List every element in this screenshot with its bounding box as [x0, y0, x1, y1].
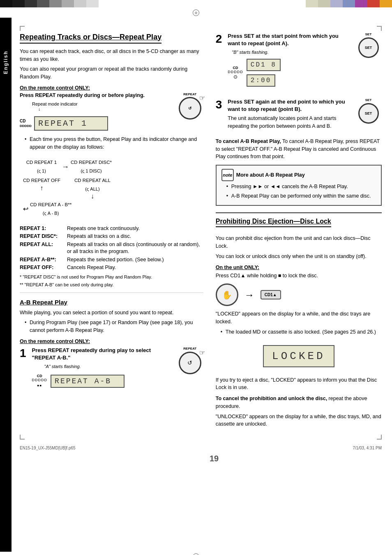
- step-2-lcd-bottom: 2:00: [247, 74, 275, 87]
- step-3-set-icon: SET SET: [355, 98, 382, 125]
- bar-seg-6: [62, 0, 74, 7]
- def-desc-repeat-ab: Repeats the selected portion. (See below…: [67, 256, 203, 264]
- bar-seg-r5: [355, 0, 367, 7]
- step-2-lcd-top: CD1 8: [247, 59, 281, 71]
- page-number: 19: [210, 454, 219, 463]
- remote-instruction-text: Press REPEAT repeatedly during or before…: [20, 92, 173, 136]
- step-2-display-wrapper: CD DDDDD ⊙ CD1 8 2:00: [228, 57, 352, 88]
- corner-tl: [20, 26, 25, 31]
- cd-label-display: CDDDDDD: [20, 119, 32, 128]
- cycle-arrow-right: →: [62, 160, 69, 173]
- two-column-layout: Repeating Tracks or Discs—Repeat Play Yo…: [20, 32, 382, 431]
- notes-icon: note: [221, 169, 234, 181]
- step3-set-label: SET: [355, 98, 382, 102]
- top-bar-right: [196, 0, 392, 7]
- def-repeat-1: REPEAT 1: Repeats one track continuously…: [20, 225, 203, 233]
- lock-hand-icon: ✋: [216, 283, 238, 306]
- locked-display-wrapper: LOCKED: [216, 341, 382, 371]
- def-term-repeat1: REPEAT 1:: [20, 225, 67, 233]
- repeat-btn-text: ↺: [188, 106, 191, 111]
- main-content: Repeating Tracks or Discs—Repeat Play Yo…: [12, 18, 392, 552]
- cd-circle-2: ⊙: [233, 74, 238, 80]
- eject-text: If you try to eject a disc, "LOCKED" app…: [216, 376, 382, 392]
- bottom-info-bar: EN15-19_UX-J55MD[UB]f.p65 19 7/1/03, 4:3…: [20, 446, 382, 463]
- corner-tr: [377, 26, 382, 31]
- bar-seg-3: [25, 0, 37, 7]
- repeat-modes-bullet: Each time you press the button, Repeat P…: [25, 136, 203, 151]
- intro-text-1: You can repeat each track, each disc, or…: [20, 48, 203, 63]
- note-bullet-2: A-B Repeat Play can be performed only wi…: [226, 192, 376, 200]
- step-3-number: 3: [216, 98, 225, 111]
- repeat-indicator-label: Repeat mode indicator: [32, 101, 173, 106]
- step-1-number: 1: [20, 347, 29, 359]
- step2-set-btn: SET: [358, 37, 379, 58]
- step-1-lcd: REPEAT A-B: [51, 371, 125, 391]
- cycle-cd-repeat-1: CD REPEAT 1(ς 1): [23, 158, 60, 175]
- step-2-display-area: "B" starts flashing. CD DDDDD ⊙ CD1 8 2:…: [228, 50, 352, 88]
- corner-br: [377, 435, 382, 440]
- note-bullet-1: Pressing ►► or ◄◄ cancels the A-B Repeat…: [226, 183, 376, 191]
- repeat-cycle-diagram: CD REPEAT 1(ς 1) → CD REPEAT DISC*(ς 1 D…: [20, 155, 203, 221]
- def-repeat-off: REPEAT OFF: Cancels Repeat Play.: [20, 264, 203, 272]
- cycle-cd-repeat-all: CD REPEAT ALL(ς ALL) ↓: [72, 176, 113, 200]
- intro-text-2: You can also repeat your program or repe…: [20, 65, 203, 81]
- repeat-display-row: CDDDDDD REPEAT 1: [20, 113, 173, 134]
- remote-instruction-row: Press REPEAT repeatedly during or before…: [20, 92, 203, 136]
- locked-text-1: "LOCKED" appears on the display for a wh…: [216, 310, 382, 326]
- corner-bottom: [20, 435, 382, 440]
- repeat-definitions: REPEAT 1: Repeats one track continuously…: [20, 225, 203, 272]
- cycle-cd-repeat-ab: CD REPEAT A - B**(ς A - B): [30, 200, 71, 217]
- bar-seg-r1: [306, 0, 318, 7]
- cd-dots-2: DDDDD: [228, 70, 243, 74]
- step-3-container: 3 Press SET again at the end point to wh…: [216, 98, 382, 130]
- locked-quote: "LOCKED" appears on the display for a wh…: [216, 311, 370, 325]
- cycle-row-3: ↩ CD REPEAT A - B**(ς A - B): [23, 200, 200, 217]
- bar-seg-r4: [343, 0, 355, 7]
- sidebar-english: English: [0, 18, 12, 552]
- def-repeat-all: REPEAT ALL: Repeats all tracks on all di…: [20, 241, 203, 256]
- def-term-repeat-ab: REPEAT A-B**:: [20, 256, 67, 264]
- disc-lock-title: Prohibiting Disc Ejection—Disc Lock: [216, 217, 331, 228]
- cancel-ab-bold: To cancel A-B Repeat Play,: [216, 138, 281, 144]
- step-2-container: 2 Press SET at the start point from whic…: [216, 32, 382, 91]
- disc-lock-intro-2: You can lock or unlock discs only when t…: [216, 253, 382, 260]
- notes-box: note More about A-B Repeat Play Pressing…: [216, 165, 382, 206]
- bar-seg-5: [49, 0, 62, 7]
- step-2-text: Press SET at the start point from which …: [228, 32, 352, 47]
- step-1-text: Press REPEAT repeatedly during play to s…: [32, 347, 173, 362]
- locked-lcd: LOCKED: [263, 345, 334, 367]
- def-term-repeat-off: REPEAT OFF:: [20, 264, 67, 272]
- locked-text-2: The loaded MD or cassette is also locked…: [221, 328, 382, 336]
- ab-intro: While playing, you can select a portion …: [20, 309, 203, 317]
- def-term-repeat-all: REPEAT ALL:: [20, 241, 67, 256]
- step-number-2: 2: [216, 33, 222, 45]
- footnote-1: * "REPEAT DISC" is not used for Program …: [20, 274, 203, 280]
- step-1-remote-icon: REPEAT ↺ ☞: [177, 347, 203, 375]
- step3-set-btn: SET: [358, 103, 379, 124]
- footnote-2: ** "REPEAT A-B" can be used only during …: [20, 282, 203, 288]
- step3-set-sym: SET: [365, 111, 372, 115]
- def-desc-repeat-disc: Repeats all tracks on a disc.: [67, 233, 203, 240]
- step-number-1: 1: [20, 348, 26, 359]
- def-desc-repeat-all: Repeats all tracks on all discs (continu…: [67, 241, 203, 256]
- cycle-spacer: [62, 176, 70, 200]
- step2-set-label: SET: [355, 32, 382, 36]
- bar-seg-7: [74, 0, 86, 7]
- top-bar-left: [0, 0, 196, 7]
- step-1-cd-dots: CD DDDDD ▪▪: [32, 374, 48, 389]
- cd-dots-1: DDDDD: [32, 378, 48, 382]
- cancel-ab-text: To cancel A-B Repeat Play, To cancel A-B…: [216, 138, 382, 161]
- cycle-row-2: CD REPEAT OFF ↑ CD REPEAT ALL(ς ALL) ↓: [23, 176, 200, 200]
- step-1-note: "A" starts flashing.: [44, 364, 173, 369]
- repeat-remote-icon: REPEAT ↺ ☞: [177, 92, 203, 120]
- step-1-container: 1 Press REPEAT repeatedly during play to…: [20, 347, 203, 394]
- cancel-lock-bold: To cancel the prohibition and unlock the…: [216, 396, 327, 401]
- bar-seg-4: [37, 0, 49, 7]
- disc-lock-intro-1: You can prohibit disc ejection from the …: [216, 235, 382, 250]
- def-desc-repeat-off: Cancels Repeat Play.: [67, 264, 203, 272]
- lock-hand-symbol: ✋: [222, 290, 232, 300]
- cancel-lock-text: To cancel the prohibition and unlock the…: [216, 395, 382, 410]
- left-column: Repeating Tracks or Discs—Repeat Play Yo…: [20, 32, 203, 431]
- step-1-main: Press REPEAT repeatedly during play to s…: [32, 347, 173, 394]
- step1-button-img: ↺ ☞: [179, 352, 201, 374]
